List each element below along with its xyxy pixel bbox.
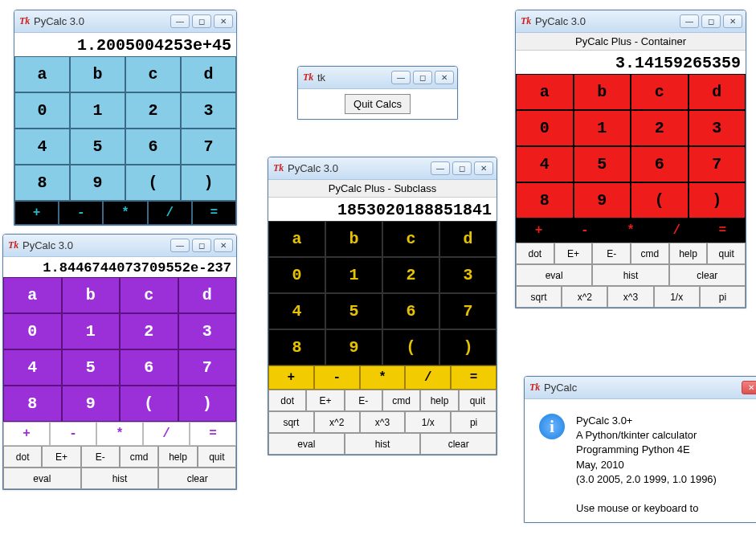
key-eval[interactable]: eval <box>516 264 592 286</box>
key-inv[interactable]: 1/x <box>654 286 700 308</box>
key-5[interactable]: 5 <box>62 349 121 386</box>
key-quit[interactable]: quit <box>459 390 497 411</box>
key-d[interactable]: d <box>689 74 746 110</box>
key-div[interactable]: / <box>143 422 190 446</box>
key-9[interactable]: 9 <box>70 165 125 201</box>
key-9[interactable]: 9 <box>325 329 382 365</box>
key-lparen[interactable]: ( <box>382 329 439 365</box>
key-b[interactable]: b <box>325 221 382 257</box>
close-button[interactable]: ✕ <box>742 381 756 394</box>
key-0[interactable]: 0 <box>3 313 62 349</box>
key-7[interactable]: 7 <box>178 349 237 386</box>
key-7[interactable]: 7 <box>439 293 497 329</box>
key-minus[interactable]: - <box>562 218 607 243</box>
close-button[interactable]: ✕ <box>723 14 742 28</box>
key-5[interactable]: 5 <box>70 129 125 165</box>
key-minus[interactable]: - <box>50 422 96 446</box>
key-hist[interactable]: hist <box>592 264 668 286</box>
key-hist[interactable]: hist <box>345 433 421 455</box>
key-9[interactable]: 9 <box>574 182 631 218</box>
key-help[interactable]: help <box>158 446 197 468</box>
key-8[interactable]: 8 <box>268 329 325 365</box>
maximize-button[interactable]: ◻ <box>192 239 211 252</box>
key-0[interactable]: 0 <box>14 92 70 129</box>
key-c[interactable]: c <box>631 74 689 110</box>
key-d[interactable]: d <box>178 277 237 313</box>
key-lparen[interactable]: ( <box>631 182 689 218</box>
maximize-button[interactable]: ◻ <box>192 14 211 28</box>
key-dot[interactable]: dot <box>3 446 42 468</box>
key-eq[interactable]: = <box>192 201 236 225</box>
key-b[interactable]: b <box>574 74 631 110</box>
titlebar[interactable]: Tk PyCalc ✕ <box>525 377 756 399</box>
minimize-button[interactable]: — <box>680 14 699 28</box>
key-dot[interactable]: dot <box>516 243 554 264</box>
key-b[interactable]: b <box>62 277 121 313</box>
key-c[interactable]: c <box>120 277 178 313</box>
key-sqrt[interactable]: sqrt <box>268 411 314 433</box>
key-3[interactable]: 3 <box>181 92 236 129</box>
key-eplus[interactable]: E+ <box>306 390 344 411</box>
key-eminus[interactable]: E- <box>345 390 382 411</box>
key-2[interactable]: 2 <box>631 110 689 146</box>
key-div[interactable]: / <box>405 365 451 390</box>
key-3[interactable]: 3 <box>439 257 497 293</box>
key-x2[interactable]: x^2 <box>562 286 607 308</box>
key-7[interactable]: 7 <box>181 129 236 165</box>
key-eq[interactable]: = <box>700 218 746 243</box>
key-6[interactable]: 6 <box>382 293 439 329</box>
key-5[interactable]: 5 <box>574 146 631 182</box>
key-2[interactable]: 2 <box>382 257 439 293</box>
maximize-button[interactable]: ◻ <box>413 71 432 84</box>
minimize-button[interactable]: — <box>431 161 450 175</box>
key-pi[interactable]: pi <box>451 411 497 433</box>
close-button[interactable]: ✕ <box>435 71 454 84</box>
key-x3[interactable]: x^3 <box>360 411 406 433</box>
key-eval[interactable]: eval <box>268 433 345 455</box>
key-3[interactable]: 3 <box>178 313 237 349</box>
key-quit[interactable]: quit <box>198 446 236 468</box>
key-cmd[interactable]: cmd <box>631 243 669 264</box>
close-button[interactable]: ✕ <box>474 161 493 175</box>
key-mul[interactable]: * <box>103 201 147 225</box>
key-lparen[interactable]: ( <box>120 386 178 422</box>
key-6[interactable]: 6 <box>125 129 181 165</box>
key-a[interactable]: a <box>14 56 70 92</box>
key-rparen[interactable]: ) <box>181 165 236 201</box>
key-plus[interactable]: + <box>268 365 314 390</box>
key-8[interactable]: 8 <box>3 386 62 422</box>
key-clear[interactable]: clear <box>420 433 497 455</box>
key-6[interactable]: 6 <box>120 349 178 386</box>
key-0[interactable]: 0 <box>516 110 574 146</box>
key-eq[interactable]: = <box>451 365 497 390</box>
key-5[interactable]: 5 <box>325 293 382 329</box>
key-d[interactable]: d <box>181 56 236 92</box>
key-x3[interactable]: x^3 <box>607 286 653 308</box>
key-hist[interactable]: hist <box>81 468 159 489</box>
key-eminus[interactable]: E- <box>81 446 120 468</box>
key-0[interactable]: 0 <box>268 257 325 293</box>
minimize-button[interactable]: — <box>391 71 411 84</box>
titlebar[interactable]: Tk PyCalc 3.0 — ◻ ✕ <box>3 235 236 257</box>
key-x2[interactable]: x^2 <box>314 411 360 433</box>
key-rparen[interactable]: ) <box>689 182 746 218</box>
titlebar[interactable]: Tk tk — ◻ ✕ <box>298 67 457 89</box>
key-cmd[interactable]: cmd <box>120 446 158 468</box>
key-rparen[interactable]: ) <box>439 329 497 365</box>
titlebar[interactable]: Tk PyCalc 3.0 — ◻ ✕ <box>14 10 236 33</box>
key-1[interactable]: 1 <box>62 313 121 349</box>
key-1[interactable]: 1 <box>70 92 125 129</box>
key-4[interactable]: 4 <box>3 349 62 386</box>
key-cmd[interactable]: cmd <box>382 390 420 411</box>
maximize-button[interactable]: ◻ <box>701 14 721 28</box>
key-b[interactable]: b <box>70 56 125 92</box>
key-plus[interactable]: + <box>14 201 59 225</box>
key-plus[interactable]: + <box>516 218 562 243</box>
key-mul[interactable]: * <box>360 365 406 390</box>
key-div[interactable]: / <box>148 201 192 225</box>
key-plus[interactable]: + <box>3 422 50 446</box>
quit-calcs-button[interactable]: Quit Calcs <box>345 94 411 114</box>
key-1[interactable]: 1 <box>325 257 382 293</box>
key-mul[interactable]: * <box>96 422 143 446</box>
key-a[interactable]: a <box>516 74 574 110</box>
